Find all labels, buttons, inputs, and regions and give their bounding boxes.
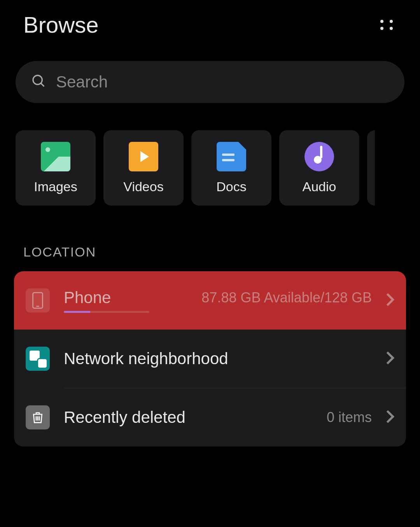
location-detail: 87.88 GB Available/128 GB <box>201 290 372 306</box>
category-label: Docs <box>216 179 246 194</box>
svg-line-1 <box>41 83 44 86</box>
chevron-right-icon <box>386 292 394 309</box>
location-network[interactable]: Network neighborhood <box>14 330 406 388</box>
location-list: Phone 87.88 GB Available/128 GB Network … <box>14 271 406 447</box>
search-placeholder: Search <box>56 73 108 91</box>
category-more-peek[interactable] <box>367 130 375 206</box>
category-label: Audio <box>303 179 336 194</box>
phone-icon <box>26 288 50 312</box>
storage-progress <box>64 311 149 313</box>
category-audio[interactable]: Audio <box>279 130 359 206</box>
chevron-right-icon <box>386 409 394 426</box>
chevron-right-icon <box>386 351 394 367</box>
videos-icon <box>129 142 158 171</box>
audio-icon <box>304 142 334 171</box>
location-meta: 0 items <box>327 409 372 426</box>
location-section-header: LOCATION <box>0 206 420 271</box>
categories-row: Images Videos Docs Audio <box>0 103 420 206</box>
location-phone[interactable]: Phone 87.88 GB Available/128 GB <box>14 271 406 330</box>
svg-point-0 <box>33 75 42 84</box>
network-icon <box>26 347 50 371</box>
images-icon <box>41 142 70 171</box>
category-label: Videos <box>123 179 163 194</box>
category-docs[interactable]: Docs <box>191 130 271 206</box>
category-label: Images <box>34 179 77 194</box>
search-input[interactable]: Search <box>16 61 404 103</box>
category-images[interactable]: Images <box>16 130 96 206</box>
location-title: Phone <box>64 288 111 307</box>
location-title: Network neighborhood <box>64 349 372 368</box>
more-menu-icon[interactable] <box>380 20 397 30</box>
page-title: Browse <box>23 12 98 38</box>
search-icon <box>31 73 47 91</box>
docs-icon <box>217 142 246 171</box>
location-recently-deleted[interactable]: Recently deleted 0 items <box>14 388 406 447</box>
storage-progress-fill <box>64 311 90 313</box>
location-title: Recently deleted <box>64 408 186 427</box>
category-videos[interactable]: Videos <box>103 130 184 206</box>
trash-icon <box>26 405 50 429</box>
